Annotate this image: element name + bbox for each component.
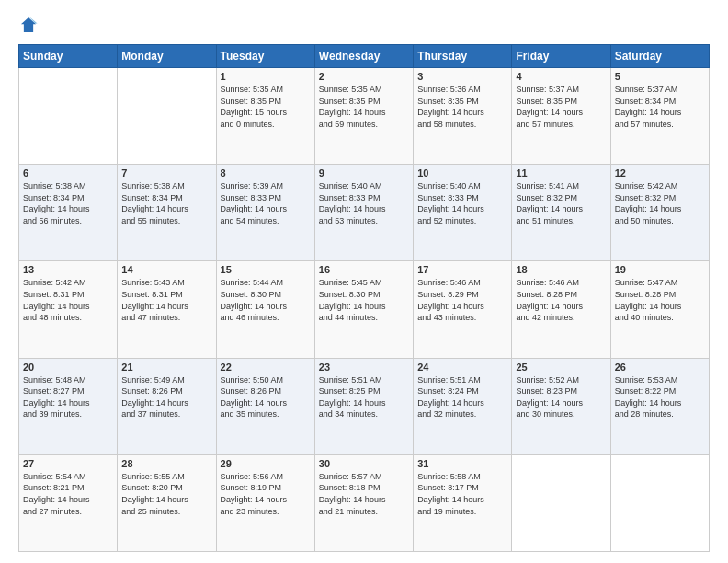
day-cell: 11Sunrise: 5:41 AM Sunset: 8:32 PM Dayli… [512,165,610,261]
day-info: Sunrise: 5:45 AM Sunset: 8:30 PM Dayligh… [319,277,409,323]
day-info: Sunrise: 5:42 AM Sunset: 8:31 PM Dayligh… [23,277,113,323]
day-cell: 2Sunrise: 5:35 AM Sunset: 8:35 PM Daylig… [314,68,413,165]
day-cell [19,68,118,165]
day-info: Sunrise: 5:44 AM Sunset: 8:30 PM Dayligh… [221,277,311,323]
day-number: 26 [615,362,705,373]
day-info: Sunrise: 5:38 AM Sunset: 8:34 PM Dayligh… [121,180,211,226]
week-row-5: 27Sunrise: 5:54 AM Sunset: 8:21 PM Dayli… [19,454,710,551]
day-cell: 15Sunrise: 5:44 AM Sunset: 8:30 PM Dayli… [216,261,314,358]
day-cell [610,454,709,551]
day-cell: 27Sunrise: 5:54 AM Sunset: 8:21 PM Dayli… [19,454,118,551]
weekday-header-row: SundayMondayTuesdayWednesdayThursdayFrid… [19,45,710,68]
week-row-2: 6Sunrise: 5:38 AM Sunset: 8:34 PM Daylig… [19,165,710,261]
day-cell: 25Sunrise: 5:52 AM Sunset: 8:23 PM Dayli… [512,358,610,454]
day-number: 6 [23,167,113,178]
day-number: 10 [417,167,507,178]
day-number: 3 [417,71,507,82]
day-cell: 18Sunrise: 5:46 AM Sunset: 8:28 PM Dayli… [512,261,610,358]
day-number: 29 [221,458,311,469]
day-number: 31 [417,458,507,469]
day-info: Sunrise: 5:41 AM Sunset: 8:32 PM Dayligh… [516,180,606,226]
day-number: 21 [121,362,211,373]
day-info: Sunrise: 5:54 AM Sunset: 8:21 PM Dayligh… [23,471,113,517]
day-cell: 20Sunrise: 5:48 AM Sunset: 8:27 PM Dayli… [19,358,118,454]
weekday-header-friday: Friday [512,45,610,68]
week-row-3: 13Sunrise: 5:42 AM Sunset: 8:31 PM Dayli… [19,261,710,358]
day-info: Sunrise: 5:50 AM Sunset: 8:26 PM Dayligh… [221,374,311,420]
day-info: Sunrise: 5:35 AM Sunset: 8:35 PM Dayligh… [319,84,409,130]
weekday-header-tuesday: Tuesday [216,45,314,68]
day-cell: 3Sunrise: 5:36 AM Sunset: 8:35 PM Daylig… [414,68,512,165]
calendar: SundayMondayTuesdayWednesdayThursdayFrid… [18,44,710,552]
day-cell: 8Sunrise: 5:39 AM Sunset: 8:33 PM Daylig… [216,165,314,261]
day-cell: 26Sunrise: 5:53 AM Sunset: 8:22 PM Dayli… [610,358,709,454]
day-cell: 14Sunrise: 5:43 AM Sunset: 8:31 PM Dayli… [118,261,216,358]
day-number: 22 [221,362,311,373]
day-info: Sunrise: 5:40 AM Sunset: 8:33 PM Dayligh… [319,180,409,226]
day-info: Sunrise: 5:40 AM Sunset: 8:33 PM Dayligh… [417,180,507,226]
day-cell: 12Sunrise: 5:42 AM Sunset: 8:32 PM Dayli… [610,165,709,261]
day-number: 19 [615,264,705,275]
day-cell: 30Sunrise: 5:57 AM Sunset: 8:18 PM Dayli… [314,454,413,551]
week-row-4: 20Sunrise: 5:48 AM Sunset: 8:27 PM Dayli… [19,358,710,454]
day-number: 28 [121,458,211,469]
day-number: 18 [516,264,606,275]
svg-marker-0 [21,17,36,32]
day-number: 7 [121,167,211,178]
day-cell: 22Sunrise: 5:50 AM Sunset: 8:26 PM Dayli… [216,358,314,454]
day-info: Sunrise: 5:38 AM Sunset: 8:34 PM Dayligh… [23,180,113,226]
logo [18,15,42,35]
weekday-header-sunday: Sunday [19,45,118,68]
day-number: 1 [221,71,311,82]
day-number: 12 [615,167,705,178]
day-info: Sunrise: 5:53 AM Sunset: 8:22 PM Dayligh… [615,374,705,420]
day-cell: 7Sunrise: 5:38 AM Sunset: 8:34 PM Daylig… [118,165,216,261]
day-number: 24 [417,362,507,373]
day-info: Sunrise: 5:55 AM Sunset: 8:20 PM Dayligh… [121,471,211,517]
day-cell [118,68,216,165]
day-cell: 29Sunrise: 5:56 AM Sunset: 8:19 PM Dayli… [216,454,314,551]
day-cell: 28Sunrise: 5:55 AM Sunset: 8:20 PM Dayli… [118,454,216,551]
day-number: 20 [23,362,113,373]
day-info: Sunrise: 5:36 AM Sunset: 8:35 PM Dayligh… [417,84,507,130]
day-cell [512,454,610,551]
day-info: Sunrise: 5:46 AM Sunset: 8:28 PM Dayligh… [516,277,606,323]
day-info: Sunrise: 5:35 AM Sunset: 8:35 PM Dayligh… [221,84,311,130]
day-info: Sunrise: 5:56 AM Sunset: 8:19 PM Dayligh… [221,471,311,517]
day-info: Sunrise: 5:46 AM Sunset: 8:29 PM Dayligh… [417,277,507,323]
weekday-header-thursday: Thursday [414,45,512,68]
day-info: Sunrise: 5:37 AM Sunset: 8:35 PM Dayligh… [516,84,606,130]
day-number: 25 [516,362,606,373]
weekday-header-saturday: Saturday [610,45,709,68]
day-cell: 10Sunrise: 5:40 AM Sunset: 8:33 PM Dayli… [414,165,512,261]
day-info: Sunrise: 5:52 AM Sunset: 8:23 PM Dayligh… [516,374,606,420]
day-cell: 1Sunrise: 5:35 AM Sunset: 8:35 PM Daylig… [216,68,314,165]
day-info: Sunrise: 5:48 AM Sunset: 8:27 PM Dayligh… [23,374,113,420]
day-number: 14 [121,264,211,275]
logo-icon [18,15,39,35]
day-cell: 4Sunrise: 5:37 AM Sunset: 8:35 PM Daylig… [512,68,610,165]
day-number: 17 [417,264,507,275]
day-number: 5 [615,71,705,82]
day-cell: 23Sunrise: 5:51 AM Sunset: 8:25 PM Dayli… [314,358,413,454]
day-number: 27 [23,458,113,469]
day-cell: 24Sunrise: 5:51 AM Sunset: 8:24 PM Dayli… [414,358,512,454]
day-cell: 16Sunrise: 5:45 AM Sunset: 8:30 PM Dayli… [314,261,413,358]
day-cell: 31Sunrise: 5:58 AM Sunset: 8:17 PM Dayli… [414,454,512,551]
weekday-header-monday: Monday [118,45,216,68]
day-info: Sunrise: 5:51 AM Sunset: 8:24 PM Dayligh… [417,374,507,420]
page: SundayMondayTuesdayWednesdayThursdayFrid… [0,0,728,563]
day-cell: 6Sunrise: 5:38 AM Sunset: 8:34 PM Daylig… [19,165,118,261]
day-cell: 21Sunrise: 5:49 AM Sunset: 8:26 PM Dayli… [118,358,216,454]
day-number: 23 [319,362,409,373]
day-info: Sunrise: 5:39 AM Sunset: 8:33 PM Dayligh… [221,180,311,226]
day-cell: 9Sunrise: 5:40 AM Sunset: 8:33 PM Daylig… [314,165,413,261]
day-info: Sunrise: 5:47 AM Sunset: 8:28 PM Dayligh… [615,277,705,323]
day-cell: 13Sunrise: 5:42 AM Sunset: 8:31 PM Dayli… [19,261,118,358]
day-info: Sunrise: 5:43 AM Sunset: 8:31 PM Dayligh… [121,277,211,323]
day-number: 13 [23,264,113,275]
day-info: Sunrise: 5:57 AM Sunset: 8:18 PM Dayligh… [319,471,409,517]
day-cell: 19Sunrise: 5:47 AM Sunset: 8:28 PM Dayli… [610,261,709,358]
day-info: Sunrise: 5:58 AM Sunset: 8:17 PM Dayligh… [417,471,507,517]
day-info: Sunrise: 5:37 AM Sunset: 8:34 PM Dayligh… [615,84,705,130]
